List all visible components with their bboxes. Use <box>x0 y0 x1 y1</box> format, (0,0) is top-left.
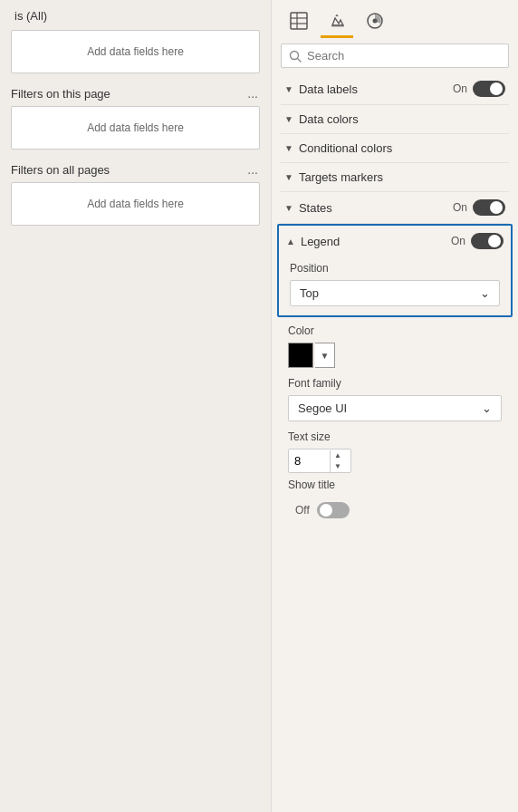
chevron-right-icon-data-colors: ▼ <box>284 114 293 124</box>
paint-icon[interactable] <box>321 5 353 38</box>
svg-line-8 <box>298 58 302 62</box>
chevron-up-icon-legend: ▲ <box>286 237 295 246</box>
filters-all-menu-button[interactable]: ... <box>245 162 260 177</box>
svg-rect-0 <box>291 13 307 29</box>
search-input[interactable] <box>307 49 501 63</box>
legend-text-size-section: Text size 8 ▲ ▼ <box>281 421 509 473</box>
table-icon[interactable] <box>283 5 315 38</box>
position-value: Top <box>300 286 319 300</box>
chevron-right-icon-conditional: ▼ <box>284 143 293 153</box>
position-label: Position <box>290 262 500 275</box>
position-dropdown[interactable]: Top ⌄ <box>290 280 500 306</box>
text-size-input[interactable]: 8 <box>289 450 330 472</box>
drop-zone-2[interactable]: Add data fields here <box>11 106 260 150</box>
spinner-buttons: ▲ ▼ <box>330 450 345 472</box>
toolbar <box>272 0 518 38</box>
filters-page-section-header: Filters on this page ... <box>11 86 260 101</box>
toggle-show-title[interactable] <box>317 502 350 518</box>
position-chevron-icon: ⌄ <box>480 286 490 300</box>
right-panel: ▼ Data labels On ▼ Data colors ▼ Conditi… <box>272 0 518 812</box>
prop-row-data-labels[interactable]: ▼ Data labels On <box>281 73 509 105</box>
prop-label-data-colors: Data colors <box>299 112 359 126</box>
prop-row-targets-markers[interactable]: ▼ Targets markers <box>281 163 509 192</box>
analytics-icon[interactable] <box>359 5 391 38</box>
filters-page-title: Filters on this page <box>11 87 110 101</box>
prop-label-states: States <box>299 201 332 215</box>
legend-header[interactable]: ▲ Legend On <box>283 226 507 256</box>
prop-toggle-label-states: On <box>453 201 467 214</box>
drop-zone-3[interactable]: Add data fields here <box>11 182 260 226</box>
svg-rect-4 <box>331 24 344 27</box>
prop-label-data-labels: Data labels <box>299 82 358 96</box>
prop-toggle-label-data-labels: On <box>453 82 467 95</box>
prop-label-targets-markers: Targets markers <box>299 170 383 184</box>
legend-color-section: Color ▼ <box>281 317 509 368</box>
properties-list: ▼ Data labels On ▼ Data colors ▼ Conditi… <box>272 73 518 812</box>
filters-all-title: Filters on all pages <box>11 163 110 177</box>
color-swatch[interactable] <box>288 343 313 368</box>
show-title-label: Show title <box>288 478 502 491</box>
legend-font-section: Font family Segoe UI ⌄ <box>281 368 509 421</box>
font-family-label: Font family <box>288 377 502 390</box>
chevron-right-icon-states: ▼ <box>284 203 293 213</box>
text-size-input-wrap: 8 ▲ ▼ <box>288 449 351 473</box>
chevron-down-icon: ▼ <box>284 84 293 94</box>
svg-point-6 <box>373 18 378 23</box>
filters-all-section-header: Filters on all pages ... <box>11 162 260 177</box>
drop-zone-1[interactable]: Add data fields here <box>11 30 260 73</box>
legend-position-section: Position Top ⌄ <box>283 256 507 306</box>
toggle-legend[interactable] <box>471 233 504 249</box>
spinner-down-button[interactable]: ▼ <box>331 461 345 472</box>
prop-row-data-colors[interactable]: ▼ Data colors <box>281 105 509 134</box>
search-icon <box>289 50 302 63</box>
chevron-right-icon-targets: ▼ <box>284 172 293 182</box>
toggle-states[interactable] <box>473 199 505 216</box>
text-size-label: Text size <box>288 430 502 443</box>
toggle-data-labels[interactable] <box>473 81 505 97</box>
legend-section: ▲ Legend On Position Top ⌄ <box>277 224 513 317</box>
font-chevron-icon: ⌄ <box>482 401 492 415</box>
search-bar <box>281 44 509 68</box>
show-title-state-label: Off <box>295 504 310 517</box>
prop-row-conditional-colors[interactable]: ▼ Conditional colors <box>281 134 509 163</box>
legend-label: Legend <box>301 235 340 248</box>
filters-page-menu-button[interactable]: ... <box>245 86 260 101</box>
color-label: Color <box>288 324 502 337</box>
color-row: ▼ <box>288 343 502 368</box>
spinner-up-button[interactable]: ▲ <box>331 450 345 461</box>
font-family-dropdown[interactable]: Segoe UI ⌄ <box>288 395 502 421</box>
is-all-label: is (All) <box>11 9 260 23</box>
prop-row-states[interactable]: ▼ States On <box>281 192 509 224</box>
legend-toggle-label: On <box>451 235 465 247</box>
show-title-row: Off <box>288 497 502 518</box>
font-family-value: Segoe UI <box>298 401 347 415</box>
left-panel: is (All) Add data fields here Filters on… <box>0 0 272 812</box>
color-dropdown-button[interactable]: ▼ <box>315 343 335 368</box>
show-title-section: Show title Off <box>281 473 509 518</box>
prop-label-conditional-colors: Conditional colors <box>299 141 392 155</box>
